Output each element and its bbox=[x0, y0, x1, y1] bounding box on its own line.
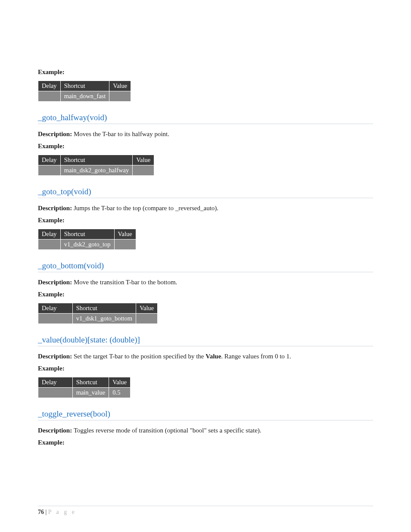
description-label: Description: bbox=[38, 353, 74, 360]
table-row: v1_dsk2_goto_top bbox=[38, 239, 136, 249]
cell-shortcut: v1_dsk2_goto_top bbox=[60, 239, 114, 249]
cell-value bbox=[136, 313, 158, 324]
description: Description: Move the transition T-bar t… bbox=[38, 277, 373, 287]
section-heading: _toggle_reverse(bool) bbox=[38, 409, 373, 420]
cell-delay bbox=[38, 239, 61, 249]
cell-value: 0.5 bbox=[109, 387, 131, 398]
col-delay: Delay bbox=[38, 81, 61, 91]
example-label: Example: bbox=[38, 215, 373, 225]
page-number: 76 bbox=[38, 509, 44, 515]
table-row: v1_dsk1_goto_bottom bbox=[38, 313, 158, 324]
section-heading: _goto_bottom(void) bbox=[38, 261, 373, 272]
page-content: Example:DelayShortcutValuemain_down_fast… bbox=[38, 67, 373, 448]
description: Description: Jumps the T-bar to the top … bbox=[38, 203, 373, 213]
example-label: Example: bbox=[38, 289, 373, 299]
example-label-text: Example: bbox=[38, 291, 65, 298]
page-footer: 76 | P a g e bbox=[38, 506, 373, 516]
cell-delay bbox=[38, 91, 61, 101]
example-label-text: Example: bbox=[38, 68, 65, 75]
col-shortcut: Shortcut bbox=[60, 155, 133, 165]
description: Description: Toggles reverse mode of tra… bbox=[38, 426, 373, 436]
col-value: Value bbox=[109, 377, 131, 387]
shortcut-table: DelayShortcutValuemain_down_fast bbox=[38, 81, 131, 102]
col-delay: Delay bbox=[38, 155, 61, 165]
section-heading: _value(double)[state: (double)] bbox=[38, 335, 373, 346]
cell-shortcut: main_value bbox=[72, 387, 109, 398]
description-label: Description: bbox=[38, 279, 74, 286]
cell-value bbox=[133, 165, 154, 175]
example-label-text: Example: bbox=[38, 439, 65, 446]
col-shortcut: Shortcut bbox=[60, 81, 109, 91]
cell-delay bbox=[38, 165, 61, 175]
description: Description: Moves the T-bar to its half… bbox=[38, 129, 373, 139]
example-label-text: Example: bbox=[38, 365, 65, 372]
table-row: main_value0.5 bbox=[38, 387, 131, 398]
shortcut-table: DelayShortcutValuev1_dsk1_goto_bottom bbox=[38, 303, 158, 324]
example-label: Example: bbox=[38, 438, 373, 448]
col-value: Value bbox=[109, 81, 131, 91]
example-label: Example: bbox=[38, 67, 373, 77]
cell-value bbox=[114, 239, 136, 249]
description-label: Description: bbox=[38, 131, 74, 137]
cell-shortcut: main_down_fast bbox=[60, 91, 109, 101]
cell-delay bbox=[38, 313, 73, 324]
example-label-text: Example: bbox=[38, 143, 65, 149]
col-delay: Delay bbox=[38, 303, 73, 313]
page-separator: | bbox=[44, 509, 48, 515]
shortcut-table: DelayShortcutValuemain_value0.5 bbox=[38, 377, 131, 398]
col-delay: Delay bbox=[38, 229, 61, 239]
cell-shortcut: v1_dsk1_goto_bottom bbox=[72, 313, 136, 324]
col-delay: Delay bbox=[38, 377, 73, 387]
shortcut-table: DelayShortcutValuev1_dsk2_goto_top bbox=[38, 229, 136, 250]
page-label: P a g e bbox=[48, 509, 76, 515]
description-label: Description: bbox=[38, 205, 74, 212]
description-bold-term: Value bbox=[206, 353, 221, 360]
page: Example:DelayShortcutValuemain_down_fast… bbox=[0, 0, 411, 532]
table-row: main_down_fast bbox=[38, 91, 131, 101]
cell-value bbox=[109, 91, 131, 101]
table-row: main_dsk2_goto_halfway bbox=[38, 165, 154, 175]
col-shortcut: Shortcut bbox=[72, 377, 109, 387]
col-value: Value bbox=[114, 229, 136, 239]
description-label: Description: bbox=[38, 427, 74, 434]
col-value: Value bbox=[136, 303, 158, 313]
col-value: Value bbox=[133, 155, 154, 165]
example-label-text: Example: bbox=[38, 217, 65, 224]
description: Description: Set the target T-bar to the… bbox=[38, 352, 373, 361]
shortcut-table: DelayShortcutValuemain_dsk2_goto_halfway bbox=[38, 155, 154, 176]
col-shortcut: Shortcut bbox=[72, 303, 136, 313]
example-label: Example: bbox=[38, 364, 373, 373]
col-shortcut: Shortcut bbox=[60, 229, 114, 239]
section-heading: _goto_top(void) bbox=[38, 187, 373, 198]
example-label: Example: bbox=[38, 141, 373, 151]
section-heading: _goto_halfway(void) bbox=[38, 113, 373, 124]
cell-shortcut: main_dsk2_goto_halfway bbox=[60, 165, 133, 175]
cell-delay bbox=[38, 387, 73, 398]
